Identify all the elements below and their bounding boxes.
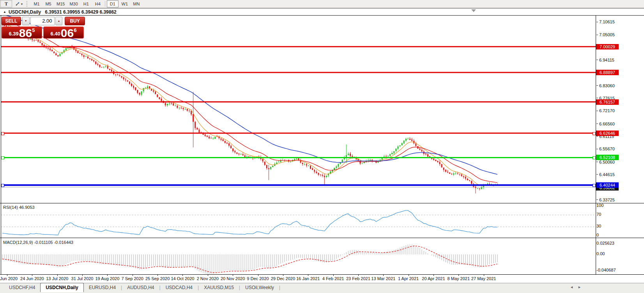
- buy-price-big: 06: [61, 28, 74, 38]
- hline-price-label: 6.52108: [596, 155, 619, 160]
- timeframe-button-m1[interactable]: M1: [31, 1, 42, 7]
- buy-price-display[interactable]: 6.40 06 6: [43, 26, 84, 39]
- time-tick-mark: [433, 275, 434, 276]
- toolbar-grip: [27, 1, 29, 7]
- rsi-tick: 30: [596, 224, 601, 228]
- price-tick: 7.10615: [596, 19, 615, 24]
- sell-price-display[interactable]: 6.39 86 5: [2, 26, 42, 39]
- timeframe-button-m5[interactable]: M5: [43, 1, 54, 7]
- price-tick: 6.72170: [596, 108, 615, 113]
- rsi-plot[interactable]: [0, 203, 644, 238]
- diagonal-arrows-icon: [15, 1, 20, 7]
- time-axis: 5 Jun 202024 Jun 202013 Jul 202031 Jul 2…: [0, 275, 644, 283]
- price-tick: 7.05005: [596, 32, 615, 37]
- time-tick-mark: [208, 275, 208, 276]
- timeframe-button-m30[interactable]: M30: [67, 1, 80, 7]
- tab-xauusd[interactable]: XAUUSD,M15: [199, 283, 239, 292]
- time-tick-label: 1 Apr 2021: [398, 276, 419, 281]
- chevron-down-icon: ▾: [21, 2, 23, 6]
- chart-tab-bar: USDCHF,H4USDCNH,DailyEURUSD,H4|AUDUSD,H4…: [0, 283, 644, 292]
- scroll-left-icon[interactable]: ◄: [570, 285, 573, 289]
- time-tick-mark: [409, 275, 409, 276]
- time-tick-mark: [283, 275, 283, 276]
- time-tick-label: 16 Jan 2021: [296, 276, 320, 281]
- time-tick-label: 19 Aug 2020: [95, 276, 119, 281]
- time-tick-label: 2 Nov 2020: [197, 276, 219, 281]
- volume-down-button[interactable]: ▼: [22, 17, 30, 25]
- time-tick-mark: [157, 275, 158, 276]
- buy-button[interactable]: BUY: [65, 17, 85, 25]
- volume-input[interactable]: [30, 17, 55, 25]
- timeframe-button-d1[interactable]: D1: [107, 0, 119, 7]
- tick-dash: [596, 136, 598, 136]
- time-tick-label: 31 Jul 2020: [71, 276, 94, 281]
- chart-left-border: [1, 16, 1, 275]
- time-tick-label: 9 Dec 2020: [247, 276, 269, 281]
- tab-usdcad[interactable]: USDCAD,H4: [161, 283, 198, 292]
- timeframe-button-mn[interactable]: MN: [131, 1, 142, 7]
- tick-dash: [596, 149, 598, 149]
- hline-handle-right[interactable]: [593, 184, 596, 187]
- hline-handle-left[interactable]: [1, 156, 4, 159]
- time-tick-mark: [308, 275, 308, 276]
- buy-price-small: 6.40: [51, 31, 60, 37]
- macd-label: MACD(12,26,9) -0.011105 -0.016443: [3, 240, 73, 245]
- tick-dash: [596, 22, 598, 22]
- tab-audusd[interactable]: AUDUSD,H4: [122, 283, 159, 292]
- timeframe-button-m15[interactable]: M15: [55, 1, 67, 7]
- timeframe-button-h1[interactable]: H1: [81, 1, 92, 7]
- sell-price-small: 6.39: [9, 31, 19, 37]
- time-tick-label: 14 Oct 2020: [171, 276, 194, 281]
- rsi-tick: 100: [596, 203, 603, 208]
- price-tick: 6.33725: [596, 198, 615, 202]
- tab-usdcnh[interactable]: USDCNH,Daily: [40, 283, 83, 292]
- time-tick-mark: [82, 275, 83, 276]
- text-tool-button[interactable]: T: [0, 0, 12, 7]
- toolbar-separator: [105, 1, 105, 7]
- tick-dash: [596, 174, 598, 175]
- chart-title-bar: ▲ USDCNH,Daily 6.39531 6.39955 6.39429 6…: [0, 8, 644, 16]
- time-tick-mark: [32, 275, 32, 276]
- price-tick: 6.44615: [596, 172, 615, 177]
- collapse-chart-icon[interactable]: ▲: [3, 10, 6, 14]
- volume-up-button[interactable]: ▲: [55, 17, 63, 25]
- rsi-tick: 70: [596, 212, 601, 217]
- tick-dash: [596, 111, 598, 111]
- macd-panel[interactable]: MACD(12,26,9) -0.011105 -0.016443: [0, 238, 644, 275]
- sell-price-big: 86: [19, 28, 32, 38]
- macd-tick: 0.00: [596, 251, 605, 256]
- sell-button[interactable]: SELL: [2, 17, 21, 25]
- tab-usdchf[interactable]: USDCHF,H4: [4, 283, 40, 292]
- macd-plot[interactable]: [0, 238, 644, 274]
- one-click-trading-panel: SELL ▼ ▲ BUY 6.39 86 5 6.40 06 6: [2, 16, 85, 39]
- time-tick-mark: [133, 275, 133, 276]
- time-tick-mark: [383, 275, 384, 276]
- scroll-right-icon[interactable]: ►: [578, 285, 581, 289]
- main-chart[interactable]: [0, 16, 644, 202]
- tick-dash: [596, 98, 598, 98]
- time-tick-label: 5 Jun 2020: [0, 276, 18, 281]
- chart-shift-marker[interactable]: [471, 9, 476, 12]
- hline-handle-left[interactable]: [1, 132, 4, 135]
- hline-handle-left[interactable]: [1, 184, 4, 187]
- timeframe-button-w1[interactable]: W1: [119, 1, 130, 7]
- hline-price-label: 6.88897: [596, 70, 619, 75]
- tick-dash: [596, 162, 598, 162]
- tab-eurusd[interactable]: EURUSD,H4: [84, 283, 121, 292]
- time-tick-label: 20 Nov 2020: [221, 276, 245, 281]
- chart-ohlc-quotes: 6.39531 6.39955 6.39429 6.39862: [45, 9, 117, 15]
- time-tick-label: 25 Sep 2020: [145, 276, 170, 281]
- time-tick-mark: [107, 275, 108, 276]
- timeframe-button-h4[interactable]: H4: [92, 1, 103, 7]
- tab-usoil[interactable]: USOil,Weekly: [240, 283, 279, 292]
- hline-price-label: 6.40244: [596, 182, 619, 188]
- hline-handle-right[interactable]: [593, 156, 596, 159]
- hline-handle-right[interactable]: [593, 132, 596, 135]
- price-axis-border: [596, 16, 596, 275]
- rsi-panel[interactable]: RSI(14) 46.9053: [0, 203, 644, 238]
- tick-dash: [596, 199, 598, 200]
- time-tick-label: 27 May 2021: [471, 276, 496, 281]
- time-tick-mark: [333, 275, 334, 276]
- candlestick-plot[interactable]: [0, 16, 644, 202]
- cursor-tool-button[interactable]: ▾: [13, 1, 25, 7]
